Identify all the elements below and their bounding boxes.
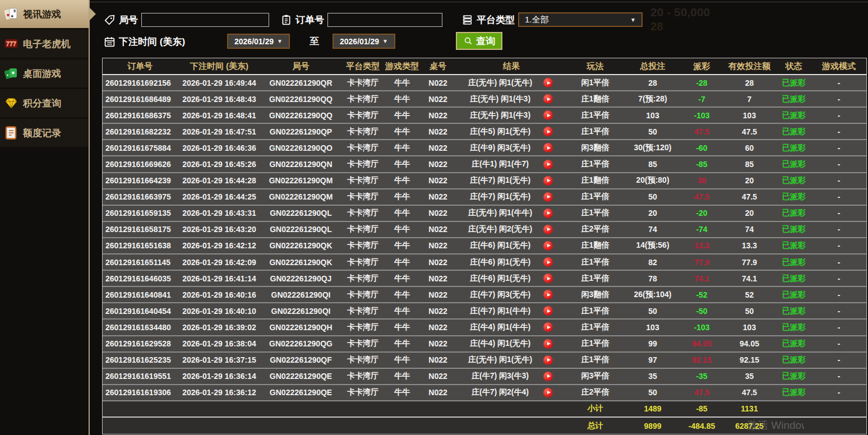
cell-platform: 卡卡湾厅 — [340, 339, 385, 349]
cell-result: 庄(牛4) 闲1(牛牛) — [457, 322, 543, 332]
cell-platform: 卡卡湾厅 — [340, 159, 385, 169]
play-video-icon[interactable] — [543, 78, 553, 87]
cell-bet: 20(预:80) — [625, 175, 681, 186]
play-video-icon[interactable] — [543, 110, 553, 120]
cards-icon: 9♥♠ — [4, 7, 19, 21]
play-video-icon[interactable] — [543, 274, 553, 283]
cell-payout: 77.9 — [681, 258, 723, 267]
play-video-icon[interactable] — [543, 143, 553, 152]
cell-time: 2026-01-29 16:38:04 — [177, 339, 261, 348]
diamond-icon — [4, 96, 19, 110]
table-row: 2601291616696262026-01-29 16:45:26GN0222… — [103, 156, 866, 173]
cell-play_label: 庄1平倍 — [566, 192, 625, 202]
cell-order: 260129161675884 — [103, 144, 177, 152]
play-video-icon[interactable] — [543, 355, 553, 365]
cell-table_no: N022 — [419, 258, 457, 267]
cell-time: 2026-01-29 16:49:44 — [177, 78, 261, 87]
cell-platform: 卡卡湾厅 — [340, 371, 385, 381]
table-row: 2601291616404542026-01-29 16:40:10GN0222… — [103, 303, 866, 320]
play-video-icon[interactable] — [543, 322, 553, 332]
cell-game: 牛牛 — [385, 78, 419, 88]
cell-bet: 78 — [625, 274, 681, 283]
play-video-icon[interactable] — [543, 339, 553, 349]
play-video-icon[interactable] — [543, 94, 553, 104]
table-row: 2601291616591352026-01-29 16:43:31GN0222… — [103, 206, 866, 222]
cell-order: 260129161619306 — [103, 388, 177, 397]
date-from-picker[interactable]: 2026/01/29 ▼ — [227, 34, 290, 49]
cell-round: GN022261290QE — [261, 388, 340, 397]
clipboard-icon — [280, 14, 292, 26]
sidebar-item-label: 额度记录 — [23, 127, 61, 140]
cell-payout: 74.1 — [681, 274, 723, 283]
play-video-icon[interactable] — [543, 257, 553, 267]
cell-play_label: 庄1平倍 — [566, 159, 625, 169]
sidebar-item-3[interactable]: 积分查询 — [0, 89, 90, 117]
cell-round: GN022261290QE — [261, 372, 340, 381]
cell-bet: 50 — [625, 127, 681, 136]
cell-result: 庄(无牛) 闲1(牛3) — [457, 94, 543, 104]
cell-platform: 卡卡湾厅 — [340, 257, 385, 267]
order-filter: 订单号 — [280, 12, 442, 27]
cell-payout: 38 — [681, 176, 723, 185]
play-video-icon[interactable] — [543, 192, 553, 202]
play-video-icon[interactable] — [543, 388, 553, 397]
play-video-icon[interactable] — [543, 225, 553, 234]
table-row: 2601291616460352026-01-29 16:41:14GN0222… — [103, 271, 866, 287]
cell-table_no: N022 — [419, 192, 457, 201]
play-video-icon[interactable] — [543, 372, 553, 381]
platform-list-icon — [461, 14, 473, 26]
chevron-down-icon: ▼ — [630, 17, 636, 23]
cell-game: 牛牛 — [385, 257, 419, 267]
cell-play_label: 闲1平倍 — [566, 78, 625, 88]
play-video-icon[interactable] — [543, 160, 553, 169]
cell-payout: -103 — [681, 111, 723, 120]
cell-mode: - — [811, 127, 866, 136]
cell-round: GN022261290QL — [261, 209, 340, 218]
cell-order: 260129161659135 — [103, 209, 177, 218]
play-video-icon[interactable] — [543, 127, 553, 136]
search-button[interactable]: 查询 — [456, 32, 502, 50]
play-cell — [543, 78, 566, 87]
cell-table_no: N022 — [419, 144, 457, 152]
table-header: 订单号下注时间 (美东)局号平台类型游戏类型桌号结果玩法总投注派彩有效投注额状态… — [103, 58, 866, 75]
cell-payout: -85 — [681, 160, 723, 169]
date-to-picker[interactable]: 2026/01/29 ▼ — [333, 34, 395, 49]
cell-payout: -50 — [681, 307, 723, 316]
cell-status: 已派彩 — [776, 224, 811, 234]
cell-status: 已派彩 — [776, 78, 811, 88]
play-video-icon[interactable] — [543, 306, 553, 316]
cell-payout: -60 — [681, 144, 723, 152]
cell-mode: - — [811, 323, 866, 332]
sidebar-item-2[interactable]: 桌面游戏 — [0, 59, 90, 87]
cell-mode: - — [811, 225, 866, 234]
cell-mode: - — [811, 372, 866, 381]
sidebar-item-1[interactable]: 777电子老虎机 — [0, 30, 90, 58]
cell-order: 260129161640454 — [103, 307, 177, 316]
cell-bet: 103 — [625, 111, 681, 120]
table-body: 2601291616921562026-01-29 16:49:44GN0222… — [103, 75, 866, 434]
cell-order: 260129161640841 — [103, 290, 177, 299]
play-video-icon[interactable] — [543, 176, 553, 186]
cell-valid: 103 — [723, 323, 776, 332]
play-cell — [543, 355, 566, 365]
chevron-down-icon: ▼ — [277, 38, 283, 44]
play-video-icon[interactable] — [543, 290, 553, 299]
cell-table_no: N022 — [419, 176, 457, 185]
cell-game: 牛牛 — [385, 290, 419, 300]
platform-select[interactable]: 1.全部 ▼ — [518, 12, 643, 27]
sidebar-item-4[interactable]: 额度记录 — [0, 119, 90, 147]
cell-bet: 50 — [625, 388, 681, 397]
tag-icon — [104, 14, 116, 26]
play-video-icon[interactable] — [543, 209, 553, 218]
cell-payout: 92.15 — [681, 355, 723, 364]
svg-text:9: 9 — [13, 9, 16, 13]
sidebar-item-0[interactable]: 9♥♠视讯游戏 — [0, 0, 90, 28]
order-input[interactable] — [327, 13, 442, 27]
cell-game: 牛牛 — [385, 110, 419, 121]
play-video-icon[interactable] — [543, 241, 553, 251]
cell-valid: 28 — [723, 78, 776, 87]
cell-platform: 卡卡湾厅 — [340, 94, 385, 104]
cell-bet: 103 — [625, 323, 681, 332]
round-input[interactable] — [141, 13, 269, 27]
cell-game: 牛牛 — [385, 159, 419, 169]
